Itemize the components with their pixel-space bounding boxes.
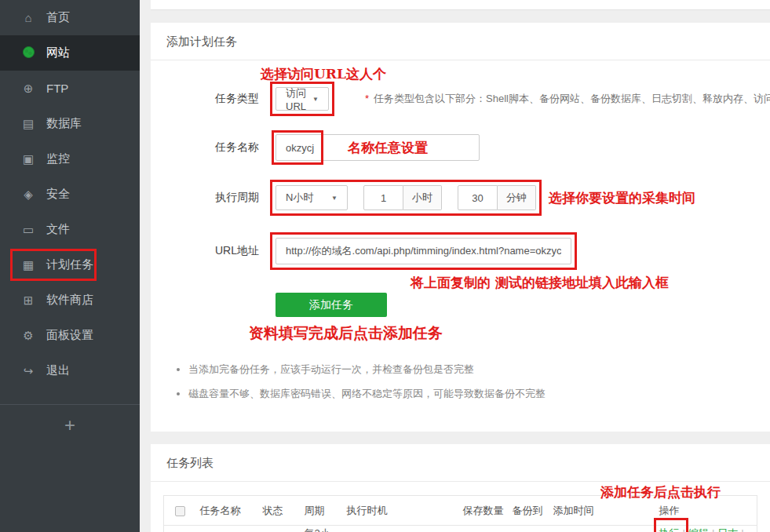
sidebar-item-home[interactable]: ⌂ 首页 [0, 0, 140, 35]
url-annotation-row: 将上面复制的 测试的链接地址填入此输入框 [151, 274, 770, 291]
col-name: 任务名称 [197, 496, 260, 526]
sidebar-item-label: 安全 [46, 187, 70, 202]
run-annotation: 添加任务后点击执行 [600, 483, 721, 501]
notes-list: 当添加完备份任务，应该手动运行一次，并检查备份包是否完整 磁盘容量不够、数据库密… [188, 363, 770, 432]
minute-input[interactable] [458, 185, 498, 210]
task-name-wrap: 名称任意设置 [276, 134, 480, 161]
task-type-hint: *任务类型包含以下部分：Shell脚本、备份网站、备份数据库、日志切割、释放内存… [365, 92, 770, 106]
note-item: 磁盘容量不够、数据库密码错误、网络不稳定等原因，可能导致数据备份不完整 [188, 387, 770, 401]
url-input[interactable] [276, 238, 571, 264]
task-list-card: 任务列表 添加任务后点击执行 任务名称 状态 周期 执行时机 保存数量 备份到 [151, 444, 770, 532]
chevron-down-icon: ▼ [331, 195, 338, 202]
submit-row: 添加任务 [151, 293, 770, 317]
sidebar-item-database[interactable]: ▤ 数据库 [0, 106, 140, 141]
col-keep: 保存数量 [460, 496, 509, 526]
sidebar-item-cron[interactable]: ▦ 计划任务 [0, 247, 140, 282]
edit-link[interactable]: 编辑 [688, 527, 709, 532]
url-row: URL地址 [151, 238, 770, 264]
url-annotation-box [270, 232, 577, 270]
sidebar-item-monitor[interactable]: ▣ 监控 [0, 141, 140, 177]
hour-unit: 小时 [403, 185, 442, 210]
sidebar-item-security[interactable]: ◈ 安全 [0, 177, 140, 212]
cell-actions: 执行 |编辑|日志|删除 [656, 526, 757, 532]
cell-added-time: 2019-06-25 20:19:23 [550, 526, 656, 532]
col-status: 状态 [260, 496, 301, 526]
hour-group: 小时 [363, 185, 442, 210]
logout-icon: ↪ [20, 364, 36, 378]
task-type-dropdown[interactable]: 访问URL ▼ [276, 87, 329, 111]
task-type-hint-text: 任务类型包含以下部分：Shell脚本、备份网站、备份数据库、日志切割、释放内存、… [374, 93, 770, 104]
minute-group: 分钟 [458, 185, 536, 210]
url-label: URL地址 [166, 244, 259, 258]
note-item: 当添加完备份任务，应该手动运行一次，并检查备份包是否完整 [188, 363, 770, 377]
sidebar-item-ftp[interactable]: ⊕ FTP [0, 71, 140, 106]
run-link-wrap: 执行 [659, 527, 680, 532]
app-window: ⌂ 首页 网站 ⊕ FTP ▤ 数据库 ▣ 监控 ◈ 安全 ▭ 文件 ▦ 计划 [0, 0, 770, 532]
minute-unit: 分钟 [498, 185, 536, 210]
shield-icon: ◈ [20, 188, 36, 202]
task-name-row: 任务名称 名称任意设置 [151, 134, 770, 161]
cell-timing: 每2小时, 第30分钟 执行 [344, 526, 460, 532]
cycle-annotation-box: N小时 ▼ 小时 分钟 [270, 180, 542, 216]
cron-annotation-box [10, 249, 97, 281]
database-icon: ▤ [20, 117, 36, 131]
task-type-value: 访问URL [286, 86, 306, 112]
sidebar-item-files[interactable]: ▭ 文件 [0, 212, 140, 247]
col-timing: 执行时机 [344, 496, 460, 526]
status-badge: 正常▶ [260, 526, 301, 532]
task-list-title: 任务列表 [151, 444, 770, 482]
cycle-type-value: N小时 [286, 191, 313, 205]
cycle-annotation: 选择你要设置的采集时间 [549, 189, 695, 207]
col-backup-to: 备份到 [509, 496, 550, 526]
run-annotation-box [654, 518, 688, 532]
top-strip [151, 0, 770, 10]
sidebar-item-label: 网站 [46, 46, 70, 60]
sidebar-item-label: FTP [46, 82, 68, 95]
sidebar-item-logout[interactable]: ↪ 退出 [0, 353, 140, 388]
sidebar: ⌂ 首页 网站 ⊕ FTP ▤ 数据库 ▣ 监控 ◈ 安全 ▭ 文件 ▦ 计划 [0, 0, 140, 532]
task-type-annotation-box: 访问URL ▼ [270, 82, 334, 116]
cycle-label: 执行周期 [166, 191, 259, 205]
task-name-label: 任务名称 [166, 140, 259, 155]
chevron-down-icon: ▼ [312, 96, 319, 103]
globe-icon [20, 46, 36, 60]
hour-input[interactable] [363, 185, 403, 210]
folder-icon: ▭ [20, 223, 36, 237]
sidebar-item-label: 监控 [46, 151, 70, 166]
sidebar-item-label: 数据库 [46, 116, 82, 131]
sidebar-item-label: 首页 [46, 10, 70, 25]
col-cycle: 周期 [301, 496, 344, 526]
separator: | [741, 527, 743, 532]
cell-keep: - [460, 526, 509, 532]
add-task-button[interactable]: 添加任务 [276, 293, 387, 317]
select-all-checkbox[interactable] [175, 506, 185, 516]
sidebar-item-label: 面板设置 [46, 328, 93, 343]
sidebar-item-settings[interactable]: ⚙ 面板设置 [0, 318, 140, 353]
cell-cycle: 每2小时 [301, 526, 344, 532]
submit-annotation: 资料填写完成后点击添加任务 [249, 324, 443, 341]
log-link[interactable]: 日志 [717, 527, 738, 532]
main-content: 添加计划任务 选择访问URL这人个 任务类型 访问URL ▼ *任务类型包含以下… [140, 0, 770, 532]
cycle-type-dropdown[interactable]: N小时 ▼ [276, 185, 348, 210]
submit-annotation-row: 资料填写完成后点击添加任务 [151, 323, 770, 344]
ftp-icon: ⊕ [20, 82, 36, 96]
sidebar-item-website[interactable]: 网站 [0, 35, 140, 71]
add-task-card: 添加计划任务 选择访问URL这人个 任务类型 访问URL ▼ *任务类型包含以下… [151, 23, 770, 432]
monitor-icon: ▣ [20, 152, 36, 166]
sidebar-item-label: 文件 [46, 222, 70, 237]
add-task-title: 添加计划任务 [151, 23, 770, 60]
url-annotation: 将上面复制的 测试的链接地址填入此输入框 [411, 275, 669, 290]
table-row: OK资源采集 正常▶ 每2小时 每2小时, 第30分钟 执行 - -- 2019… [164, 526, 757, 532]
cell-backup-to: -- [509, 526, 550, 532]
task-name-annotation-box [272, 130, 323, 165]
sidebar-item-appstore[interactable]: ⊞ 软件商店 [0, 282, 140, 318]
sidebar-item-label: 软件商店 [46, 293, 93, 308]
task-type-row: 任务类型 访问URL ▼ *任务类型包含以下部分：Shell脚本、备份网站、备份… [151, 87, 770, 111]
gear-icon: ⚙ [20, 329, 36, 343]
add-menu-button[interactable]: + [0, 405, 140, 436]
task-type-annotation: 选择访问URL这人个 [261, 65, 386, 83]
grid-icon: ⊞ [20, 293, 36, 308]
task-type-label: 任务类型 [166, 92, 259, 106]
cell-task-name: OK资源采集 [197, 526, 260, 532]
task-name-annotation: 名称任意设置 [348, 139, 428, 157]
